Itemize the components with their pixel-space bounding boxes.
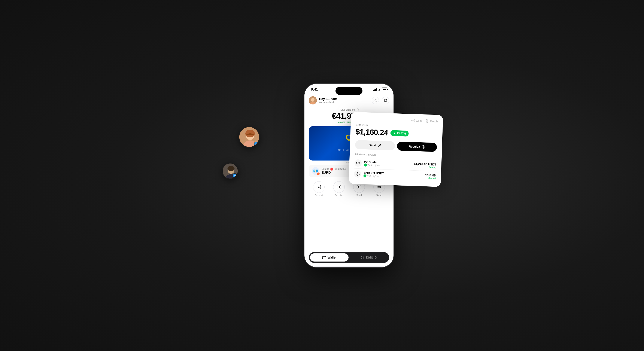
tx-currency: EURD (322, 170, 331, 174)
svg-rect-13 (374, 101, 375, 102)
receive-button[interactable]: Receive (333, 181, 345, 196)
coin-tab[interactable]: ◎ Coin (412, 118, 422, 122)
user-avatar (309, 96, 317, 104)
dynamic-island (336, 87, 362, 95)
tx-icon: 💶 (312, 167, 320, 175)
svg-marker-21 (348, 138, 350, 141)
price-change-badge: ▲ 13.07% (390, 130, 409, 136)
svg-rect-39 (357, 172, 358, 173)
header-text: Hey, Susan! Welcome back (319, 97, 337, 104)
status-time: 9:41 (311, 87, 318, 92)
signal-icon (373, 88, 377, 91)
transactions-label: TRANSACTIONS (355, 153, 436, 158)
battery-icon (382, 88, 387, 92)
status-icons: ▲ (373, 88, 387, 92)
wallet-tab-label: Wallet (328, 256, 336, 259)
svg-point-32 (325, 258, 326, 258)
deposit-icon (313, 181, 324, 193)
receive-arrow-icon (422, 145, 426, 149)
tx-p2p-right: $1,240.00 USDT Sented (414, 162, 436, 169)
crypto-detail-card: ◎ Coin ◷ Graph Ethereum $1,160.24 ▲ 13.0… (348, 112, 443, 187)
svg-rect-40 (357, 175, 358, 176)
coin-tab-label: Coin (416, 119, 422, 122)
float-avatar-man: ↻ (222, 163, 238, 179)
price-row: $1,160.24 ▲ 13.07% (356, 127, 438, 139)
tx-bnb-amount: 13 BNB (425, 173, 436, 177)
svg-point-33 (361, 256, 364, 259)
graph-tab-label: Graph (430, 120, 438, 123)
receive-text: Receive (409, 145, 420, 148)
didit-icon (361, 256, 364, 260)
crypto-card-tabs: ◎ Coin ◷ Graph (356, 117, 438, 123)
receive-icon (333, 181, 345, 193)
crypto-actions: Send Receive (355, 140, 437, 152)
header-icons (372, 97, 389, 104)
svg-rect-12 (376, 99, 377, 100)
tx-p2p-name: P2P Sale (364, 160, 380, 164)
send-text: Send (369, 144, 376, 147)
tx-p2p-details: P2P Sale ✓ TX6...hj7Yc (364, 160, 380, 167)
svg-point-14 (385, 100, 386, 101)
deposit-button[interactable]: Deposit (313, 181, 324, 196)
float-avatar-badge-2: ↻ (232, 173, 237, 178)
svg-point-9 (311, 98, 314, 102)
send-arrow-icon (378, 144, 381, 147)
settings-button[interactable] (382, 97, 389, 104)
tx-p2p-icon: P2P (354, 159, 362, 167)
tx-p2p-id: ✓ TX6...hj7Yc (364, 164, 380, 167)
header-subtitle: Welcome back (319, 101, 337, 104)
tx-bnb-left: BNB TO USDT ✓ TX6...hj7Yc (354, 170, 384, 178)
svg-point-34 (362, 257, 363, 258)
deposit-label: Deposit (315, 194, 323, 196)
wallet-icon (322, 256, 326, 260)
svg-rect-31 (322, 256, 326, 259)
header-greeting: Hey, Susan! (319, 97, 337, 101)
tx-p2p-left: P2P P2P Sale ✓ TX6...hj7Yc (354, 159, 380, 167)
header-left: Hey, Susan! Welcome back (309, 96, 337, 104)
up-arrow-icon: ▲ (393, 132, 396, 134)
app-header: Hey, Susan! Welcome back (304, 93, 394, 106)
tx-badge (317, 172, 320, 175)
tx-bnb-right: 13 BNB Sented (425, 173, 436, 180)
crypto-send-button[interactable]: Send (355, 140, 395, 150)
tx-bnb-status: Sented (425, 177, 436, 180)
wifi-icon: ▲ (378, 88, 381, 91)
balance-label: Total Balance i (309, 108, 389, 111)
svg-point-7 (228, 166, 235, 171)
tx-bnb-icon (354, 170, 362, 178)
svg-rect-11 (374, 99, 375, 100)
tx-p2p-status: Sented (414, 166, 436, 169)
tx-bnb-details: BNB TO USDT ✓ TX6...hj7Yc (363, 171, 384, 178)
coin-tab-icon: ◎ (412, 118, 415, 122)
svg-rect-37 (357, 174, 358, 174)
receive-label: Receive (335, 194, 343, 196)
coin-price: $1,160.24 (356, 127, 388, 137)
bottom-nav: Wallet Didit ID (309, 252, 389, 263)
info-icon: i (356, 108, 358, 111)
svg-rect-38 (358, 174, 360, 175)
price-change-value: 13.07% (396, 132, 406, 135)
didit-id-tab[interactable]: Didit ID (350, 254, 388, 262)
send-label: Send (356, 194, 362, 196)
float-avatar-woman: ↻ (238, 126, 260, 148)
didit-tab-label: Didit ID (366, 256, 376, 259)
crypto-receive-button[interactable]: Receive (397, 142, 437, 152)
float-avatar-badge-1: ↻ (254, 142, 259, 146)
svg-point-27 (318, 173, 319, 174)
graph-tab-icon: ◷ (426, 119, 429, 123)
graph-tab[interactable]: ◷ Graph (426, 119, 438, 123)
tx-bnb-name: BNB TO USDT (364, 171, 384, 175)
swap-label: Swap (376, 194, 382, 196)
scan-button[interactable] (372, 97, 379, 104)
svg-rect-36 (356, 174, 357, 175)
wallet-tab[interactable]: Wallet (310, 254, 348, 262)
